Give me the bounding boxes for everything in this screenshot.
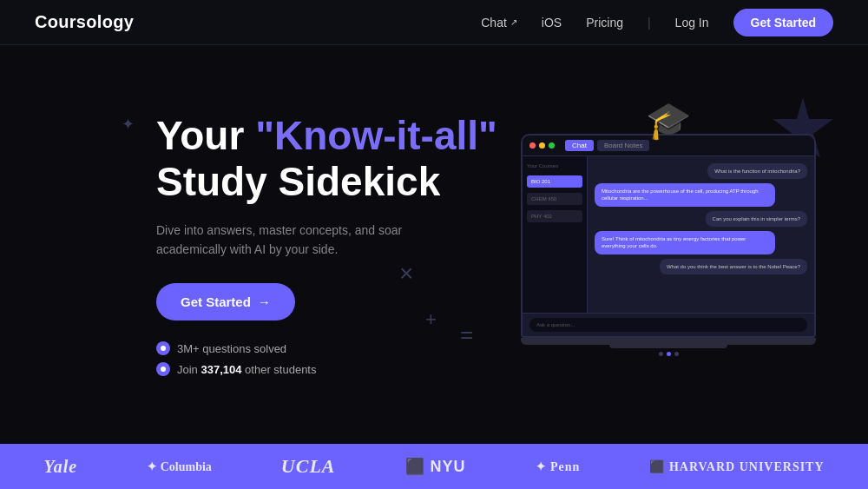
uni-harvard: ⬛ HARVARD UNIVERSITY: [649, 459, 824, 474]
toolbar-dot-green: [549, 142, 555, 149]
deco-star-small: ✦: [122, 115, 135, 134]
toolbar-tab-active: Chat: [565, 140, 594, 151]
laptop-base: [521, 338, 816, 345]
toolbar-tabs: Chat Board Notes: [565, 140, 649, 151]
laptop-body: Your Courses BIO 201 CHEM 450 PHY 402 Wh…: [523, 156, 814, 313]
hero-text: Your "Know-it-all" Study Sidekick Dive i…: [156, 113, 521, 377]
sidebar-course-2: CHEM 450: [527, 193, 582, 205]
toolbar-dot-red: [529, 142, 536, 149]
sidebar-course-3: PHY 402: [527, 210, 582, 222]
navbar: Coursology Chat ↗ iOS Pricing | Log In G…: [0, 0, 868, 45]
stat-questions: 3M+ questions solved: [156, 341, 521, 355]
chat-message-1: What is the function of mitochondria?: [707, 163, 807, 179]
laptop-sidebar: Your Courses BIO 201 CHEM 450 PHY 402: [523, 156, 588, 313]
chat-input-bar: Ask a question...: [523, 313, 814, 336]
nav-link-chat[interactable]: Chat ↗: [481, 16, 517, 30]
hero-stats: 3M+ questions solved Join 337,104 other …: [156, 341, 521, 376]
nav-separator: |: [648, 16, 651, 30]
hero-subtitle: Dive into answers, master concepts, and …: [156, 221, 451, 260]
hero-section: ✦ × + = Your "Know-it-all" Study Sidekic…: [0, 45, 868, 444]
laptop-mockup: 🎓 Chat Board Notes Your Courses BIO 201 …: [521, 134, 816, 356]
chat-message-5: What do you think the best answer is to …: [660, 259, 807, 274]
nav-cta-button[interactable]: Get Started: [733, 9, 833, 36]
arrow-icon: →: [258, 294, 271, 309]
uni-penn: ✦ Penn: [536, 459, 581, 474]
stat-dot-1: [156, 341, 170, 355]
nav-link-login[interactable]: Log In: [675, 16, 709, 30]
laptop-dots: [521, 352, 816, 356]
stat-students: Join 337,104 other students: [156, 362, 521, 376]
laptop-dot-3: [674, 352, 679, 356]
chat-message-4: Sure! Think of mitochondria as tiny ener…: [595, 231, 775, 254]
uni-columbia: ✦ Columbia: [147, 459, 212, 474]
hero-cta-button[interactable]: Get Started →: [156, 283, 295, 320]
nav-link-ios[interactable]: iOS: [542, 16, 562, 30]
sidebar-course-1: BIO 201: [527, 175, 582, 188]
external-link-icon: ↗: [510, 17, 517, 27]
logo: Coursology: [35, 12, 134, 32]
owl-mascot: 🎓: [646, 99, 691, 142]
laptop-dot-1: [659, 352, 663, 356]
stat-dot-2: [156, 362, 170, 376]
sidebar-label: Your Courses: [527, 163, 582, 169]
nav-links: Chat ↗ iOS Pricing | Log In Get Started: [481, 9, 833, 36]
hero-title: Your "Know-it-all" Study Sidekick: [156, 113, 521, 205]
chat-input-fake[interactable]: Ask a question...: [529, 318, 807, 332]
toolbar-dot-yellow: [539, 142, 545, 149]
uni-yale: Yale: [43, 457, 77, 477]
uni-nyu: ⬛ NYU: [405, 457, 466, 476]
laptop-stand: [609, 345, 727, 348]
laptop-dot-2: [667, 352, 671, 356]
chat-message-2: Mitochondria are the powerhouse of the c…: [595, 183, 775, 207]
laptop-screen: Chat Board Notes Your Courses BIO 201 CH…: [521, 134, 816, 338]
laptop-chat: What is the function of mitochondria? Mi…: [588, 156, 814, 313]
nav-link-pricing[interactable]: Pricing: [586, 16, 623, 30]
toolbar-tab-notes: Board Notes: [597, 140, 649, 151]
chat-message-3: Can you explain this in simpler terms?: [706, 211, 807, 227]
university-bar: Yale ✦ Columbia UCLA ⬛ NYU ✦ Penn ⬛ HARV…: [0, 444, 868, 489]
uni-ucla: UCLA: [281, 455, 336, 478]
